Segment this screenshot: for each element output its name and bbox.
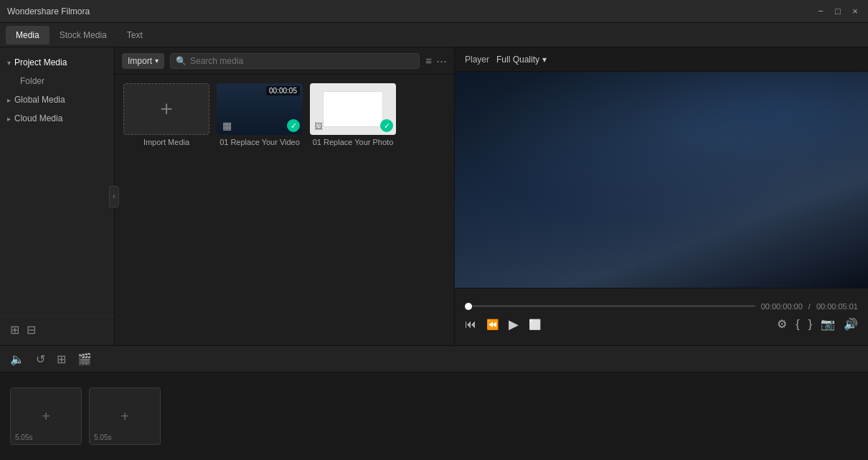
time-separator: / [808,302,811,311]
add-folder-icon[interactable]: ⊞ [10,323,19,337]
import-thumb: + [123,83,209,135]
progress-dot [465,303,472,310]
player-header: Player Full Quality ▾ [455,47,868,72]
maximize-button[interactable]: □ [832,6,844,17]
search-icon: 🔍 [176,56,187,66]
sidebar-bottom-actions: ⊞ ⊟ [0,315,115,337]
crop-icon[interactable]: ⊞ [57,352,66,366]
step-back-button[interactable]: ⏮ [465,318,476,331]
crop-button[interactable]: ⬜ [529,319,541,330]
tab-media[interactable]: Media [6,26,49,44]
total-time: 00:00:05:01 [816,302,858,311]
import-media-label: Import Media [143,138,189,146]
sidebar: ▾ Project Media Folder ▸ Global Media ▸ … [0,47,115,345]
photo-check-badge: ✓ [380,119,393,132]
video-thumb: 00:00:05 ▦ ✓ [217,83,303,135]
player-label: Player [465,55,489,65]
photo-file-icon: 🖼 [314,121,323,131]
progress-row: 00:00:00:00 / 00:00:05:01 [465,302,858,311]
timeline: + 5.05s + 5.05s [0,372,868,460]
quality-select[interactable]: Full Quality ▾ [496,55,547,65]
tab-bar: Media Stock Media Text [0,23,868,47]
video-file-icon: ▦ [222,120,232,131]
more-icon[interactable]: ⋯ [436,55,447,67]
mark-out-icon[interactable]: } [808,318,812,331]
main-layout: ▾ Project Media Folder ▸ Global Media ▸ … [0,47,868,345]
chevron-right-icon: ▸ [7,115,11,123]
photo-media-item[interactable]: 🖼 ✓ 01 Replace Your Photo [310,83,396,146]
audio-icon[interactable]: 🔈 [10,352,24,366]
search-box: 🔍 [170,53,420,69]
import-folder-icon[interactable]: ⊟ [27,323,36,337]
import-button[interactable]: Import ▾ [122,53,164,69]
media-grid: + Import Media 00:00:05 ▦ ✓ 01 Replace Y… [115,75,454,345]
chevron-down-icon: ▾ [542,55,547,65]
content-panel: Import ▾ 🔍 ≡ ⋯ + Import Media [115,47,455,345]
timeline-clip-2[interactable]: + 5.05s [89,388,161,445]
toolbar-icons: ≡ ⋯ [425,55,447,67]
sidebar-item-cloud-media[interactable]: ▸ Cloud Media [0,109,114,128]
bottom-toolbar: 🔈 ↺ ⊞ 🎬 [0,345,868,372]
sidebar-item-folder[interactable]: Folder [0,72,114,90]
player-controls: 00:00:00:00 / 00:00:05:01 ⏮ ⏪ ▶ ⬜ ⚙ { } … [455,288,868,345]
video-timestamp: 00:00:05 [266,86,300,95]
undo-icon[interactable]: ↺ [36,352,45,366]
volume-icon[interactable]: 🔊 [844,317,858,331]
window-controls: − □ × [815,6,861,17]
mark-in-icon[interactable]: { [796,318,799,331]
plus-icon: + [121,408,129,425]
import-media-item[interactable]: + Import Media [123,83,209,146]
ctrl-left: ⏮ ⏪ ▶ ⬜ [465,316,541,332]
video-media-item[interactable]: 00:00:05 ▦ ✓ 01 Replace Your Video [217,83,303,146]
settings-icon[interactable]: ⚙ [777,317,787,331]
check-badge: ✓ [287,119,300,132]
tab-text[interactable]: Text [117,26,153,44]
titlebar: Wondershare Filmora − □ × [0,0,868,23]
clip-icon[interactable]: 🎬 [77,352,92,366]
chevron-right-icon: ▸ [7,96,11,104]
search-input[interactable] [190,56,414,66]
sidebar-item-project-media[interactable]: ▾ Project Media [0,53,114,72]
ctrl-right: ⚙ { } 📷 🔊 [777,317,858,331]
close-button[interactable]: × [849,6,861,17]
minimize-button[interactable]: − [815,6,826,17]
timeline-clip-1[interactable]: + 5.05s [10,388,82,445]
plus-icon: + [42,408,50,425]
clip-1-duration: 5.05s [15,433,32,441]
progress-bar[interactable] [465,305,755,307]
content-toolbar: Import ▾ 🔍 ≡ ⋯ [115,47,454,75]
tab-stock-media[interactable]: Stock Media [49,26,117,44]
plus-icon: + [160,97,173,121]
current-time: 00:00:00:00 [761,302,803,311]
video-label: 01 Replace Your Video [220,138,300,146]
photo-thumb: 🖼 ✓ [310,83,396,135]
photo-label: 01 Replace Your Photo [313,138,394,146]
app-title: Wondershare Filmora [7,6,90,17]
player-video [455,72,868,288]
chevron-down-icon: ▾ [7,59,11,67]
frame-back-button[interactable]: ⏪ [486,319,499,330]
chevron-down-icon: ▾ [155,57,159,65]
sidebar-collapse-button[interactable]: ‹ [109,186,119,207]
controls-row: ⏮ ⏪ ▶ ⬜ ⚙ { } 📷 🔊 [465,316,858,332]
clip-2-duration: 5.05s [94,433,111,441]
sidebar-item-global-media[interactable]: ▸ Global Media [0,90,114,109]
filter-icon[interactable]: ≡ [425,55,432,67]
play-button[interactable]: ▶ [509,316,519,332]
snapshot-icon[interactable]: 📷 [821,317,835,331]
player-panel: Player Full Quality ▾ 00:00:00:00 / 00:0… [455,47,868,345]
